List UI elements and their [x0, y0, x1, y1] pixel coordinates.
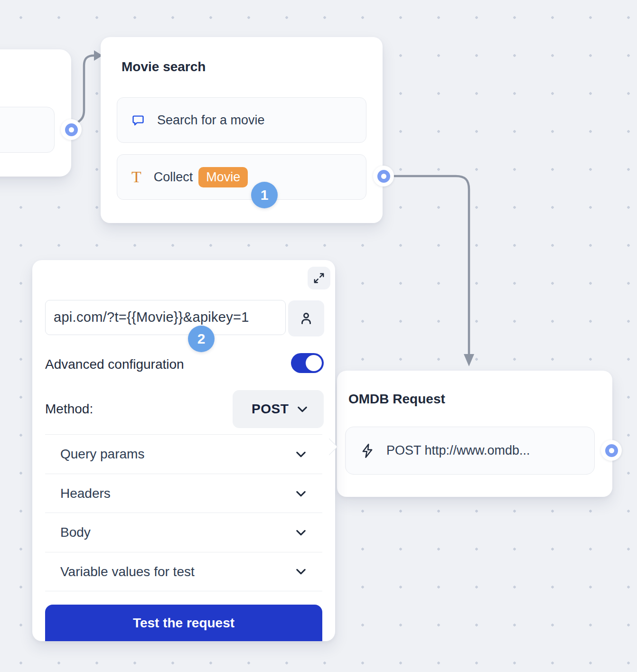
section-body[interactable]: Body	[45, 513, 322, 552]
section-label: Variable values for test	[60, 564, 195, 579]
chevron-down-icon	[296, 530, 306, 536]
chat-bubble-icon	[131, 113, 145, 127]
connector-movie-search-to-omdb	[394, 176, 469, 355]
output-port[interactable]	[61, 119, 82, 140]
section-query-params[interactable]: Query params	[45, 434, 322, 474]
message-block-label: Search for a movie	[157, 113, 265, 128]
port-ring	[377, 170, 390, 183]
flow-canvas[interactable]: Movie search Search for a movie T Collec…	[0, 0, 637, 672]
chevron-down-icon	[296, 451, 306, 457]
connector-left-to-movie-search	[75, 56, 94, 124]
section-label: Query params	[60, 447, 144, 462]
collect-block[interactable]: T Collect Movie	[117, 154, 366, 200]
movie-search-node[interactable]: Movie search Search for a movie T Collec…	[101, 37, 383, 223]
method-dropdown[interactable]: POST	[233, 390, 324, 428]
node-title: Movie search	[122, 59, 206, 75]
step-badge-2: 2	[188, 326, 215, 352]
webhook-editor-panel[interactable]: api.com/?t={{Movie}}&apikey=1 Advanced c…	[32, 260, 335, 641]
method-label: Method:	[45, 398, 93, 420]
step-badge-1: 1	[251, 182, 278, 208]
chevron-down-icon	[296, 491, 306, 497]
chevron-down-icon	[297, 406, 308, 412]
partial-node-card[interactable]	[0, 49, 71, 177]
toggle-knob	[306, 355, 322, 371]
collect-block-label: Collect	[154, 170, 193, 185]
advanced-configuration-toggle[interactable]	[291, 353, 324, 373]
lightning-icon	[360, 443, 375, 458]
port-ring	[65, 123, 78, 136]
text-variable-icon: T	[131, 169, 141, 185]
connector-arrowhead-down	[464, 354, 474, 366]
webhook-block[interactable]: POST http://www.omdb...	[345, 427, 595, 475]
method-value: POST	[252, 401, 289, 417]
url-input[interactable]: api.com/?t={{Movie}}&apikey=1	[45, 300, 286, 335]
user-icon	[299, 311, 313, 326]
message-block[interactable]: Search for a movie	[117, 97, 366, 143]
test-request-button[interactable]: Test the request	[45, 605, 322, 641]
advanced-configuration-label: Advanced configuration	[45, 353, 184, 376]
section-headers[interactable]: Headers	[45, 474, 322, 513]
variable-chip[interactable]: Movie	[198, 167, 248, 187]
section-label: Headers	[60, 486, 111, 501]
chevron-down-icon	[296, 569, 306, 575]
variables-button[interactable]	[288, 300, 324, 336]
partial-node-item[interactable]	[0, 107, 55, 153]
output-port[interactable]	[601, 440, 622, 461]
webhook-block-label: POST http://www.omdb...	[386, 443, 530, 458]
node-title: OMDB Request	[348, 392, 445, 407]
expand-button[interactable]	[308, 267, 330, 289]
section-variable-values[interactable]: Variable values for test	[45, 552, 322, 591]
output-port[interactable]	[373, 166, 394, 187]
port-ring	[605, 444, 618, 457]
omdb-request-node[interactable]: OMDB Request POST http://www.omdb...	[337, 371, 612, 497]
section-label: Body	[60, 525, 91, 540]
expand-icon	[313, 272, 325, 284]
